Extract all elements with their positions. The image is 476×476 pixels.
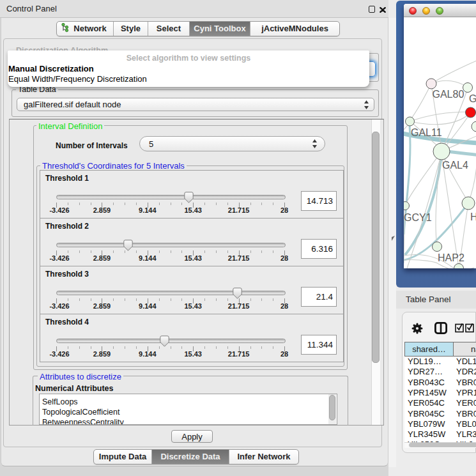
svg-text:H: H (470, 211, 476, 222)
svg-text:HAP2: HAP2 (438, 252, 464, 263)
svg-text:GAL80: GAL80 (433, 89, 464, 100)
svg-text:GCY1: GCY1 (404, 212, 432, 223)
svg-text:GAL11: GAL11 (411, 127, 442, 138)
svg-text:GA: GA (469, 93, 476, 104)
svg-text:GAL4: GAL4 (442, 160, 468, 171)
